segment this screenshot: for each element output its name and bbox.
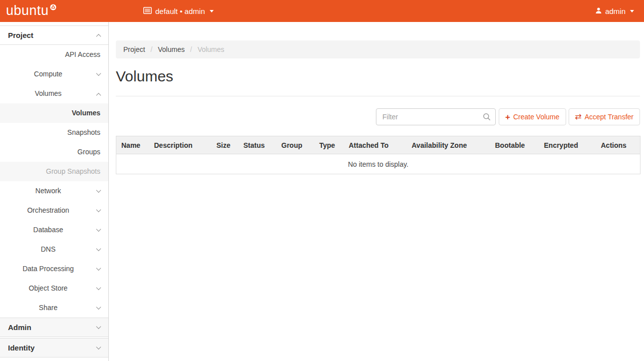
column-header-name[interactable]: Name — [116, 136, 149, 154]
sidebar: Project API Access Compute Volumes Volum… — [0, 22, 109, 361]
search-icon[interactable] — [483, 113, 491, 123]
context-switcher-label: default • admin — [155, 7, 205, 15]
chevron-up-icon — [96, 93, 101, 98]
divider — [116, 96, 640, 96]
column-header-actions[interactable]: Actions — [596, 136, 641, 154]
breadcrumb-link-project[interactable]: Project — [123, 45, 145, 53]
sidebar-item-label: Snapshots — [67, 128, 100, 136]
sidebar-group-data-processing[interactable]: Data Processing — [0, 259, 108, 279]
sidebar-group-orchestration[interactable]: Orchestration — [0, 201, 108, 220]
sidebar-group-label: DNS — [41, 245, 56, 253]
sidebar-group-label: Compute — [34, 70, 62, 78]
ubuntu-logo[interactable]: ubuntu — [6, 2, 56, 18]
sidebar-group-share[interactable]: Share — [0, 298, 108, 318]
empty-message: No items to display. — [116, 154, 641, 174]
sidebar-group-label: Data Processing — [22, 265, 74, 273]
chevron-down-icon — [96, 324, 101, 329]
main-content: Project / Volumes / Volumes Volumes + Cr… — [109, 22, 644, 361]
sidebar-item-label: Volumes — [72, 109, 100, 117]
column-header-group[interactable]: Group — [277, 136, 315, 154]
user-menu[interactable]: admin — [595, 0, 634, 22]
breadcrumb-separator: / — [190, 45, 192, 53]
column-header-description[interactable]: Description — [149, 136, 212, 154]
sidebar-group-label: Object Store — [29, 284, 68, 292]
ubuntu-circle-of-friends-icon — [50, 3, 56, 12]
chevron-down-icon — [96, 345, 101, 350]
breadcrumb-separator: / — [150, 45, 152, 53]
breadcrumb: Project / Volumes / Volumes — [116, 40, 640, 58]
table-header-row: Name Description Size Status Group Type … — [116, 136, 641, 154]
chevron-up-icon — [96, 34, 101, 39]
ubuntu-logo-text: ubuntu — [6, 2, 49, 18]
sidebar-item-label: Groups — [77, 148, 100, 156]
chevron-down-icon — [96, 246, 101, 251]
accept-transfer-label: Accept Transfer — [585, 113, 634, 121]
column-header-size[interactable]: Size — [212, 136, 239, 154]
column-header-attached-to[interactable]: Attached To — [344, 136, 407, 154]
create-volume-label: Create Volume — [513, 113, 560, 121]
sidebar-group-database[interactable]: Database — [0, 220, 108, 240]
chevron-down-icon — [96, 305, 101, 310]
project-context-switcher[interactable]: default • admin — [143, 0, 214, 22]
create-volume-button[interactable]: + Create Volume — [499, 108, 566, 125]
chevron-down-icon — [96, 207, 101, 212]
sidebar-group-label: Network — [35, 187, 61, 195]
sidebar-section-identity[interactable]: Identity — [0, 338, 108, 358]
plus-icon: + — [505, 113, 510, 121]
chevron-down-icon — [96, 266, 101, 271]
accept-transfer-button[interactable]: ⇄ Accept Transfer — [569, 108, 640, 125]
sidebar-group-label: Volumes — [35, 89, 62, 97]
transfer-arrows-icon: ⇄ — [575, 113, 582, 121]
sidebar-item-label: Group Snapshots — [46, 167, 100, 175]
sidebar-group-label: Database — [33, 226, 63, 234]
column-header-bootable[interactable]: Bootable — [490, 136, 539, 154]
table-toolbar: + Create Volume ⇄ Accept Transfer — [116, 108, 640, 125]
sidebar-item-api-access[interactable]: API Access — [0, 45, 108, 64]
topbar: ubuntu default • admin — [0, 0, 644, 22]
sidebar-section-label: Project — [8, 31, 33, 39]
column-header-status[interactable]: Status — [239, 136, 277, 154]
empty-row: No items to display. — [116, 154, 641, 174]
page-title: Volumes — [116, 68, 640, 85]
sidebar-item-snapshots[interactable]: Snapshots — [0, 123, 108, 142]
breadcrumb-current: Volumes — [198, 45, 225, 53]
column-header-availability-zone[interactable]: Availability Zone — [407, 136, 490, 154]
sidebar-group-volumes[interactable]: Volumes — [0, 84, 108, 103]
sidebar-section-label: Admin — [8, 323, 31, 332]
project-list-icon — [143, 7, 152, 15]
breadcrumb-link-volumes[interactable]: Volumes — [158, 45, 185, 53]
sidebar-section-label: Identity — [8, 344, 34, 352]
sidebar-group-dns[interactable]: DNS — [0, 240, 108, 259]
volumes-table: Name Description Size Status Group Type … — [116, 136, 641, 174]
chevron-down-icon — [96, 188, 101, 193]
caret-down-icon — [630, 10, 634, 12]
sidebar-group-label: Share — [39, 304, 57, 312]
sidebar-item-groups[interactable]: Groups — [0, 142, 108, 162]
caret-down-icon — [210, 10, 214, 12]
filter-input[interactable] — [376, 108, 496, 125]
sidebar-item-label: API Access — [65, 50, 100, 58]
sidebar-section-project[interactable]: Project — [0, 25, 108, 45]
filter-wrap — [376, 108, 496, 125]
chevron-down-icon — [96, 227, 101, 232]
sidebar-group-label: Orchestration — [27, 206, 69, 214]
column-header-encrypted[interactable]: Encrypted — [539, 136, 596, 154]
sidebar-group-compute[interactable]: Compute — [0, 64, 108, 84]
column-header-type[interactable]: Type — [315, 136, 344, 154]
sidebar-group-network[interactable]: Network — [0, 181, 108, 201]
user-menu-label: admin — [605, 7, 626, 15]
sidebar-item-volumes[interactable]: Volumes — [0, 103, 108, 123]
chevron-down-icon — [96, 71, 101, 76]
sidebar-group-object-store[interactable]: Object Store — [0, 279, 108, 298]
chevron-down-icon — [96, 285, 101, 290]
sidebar-section-admin[interactable]: Admin — [0, 318, 108, 337]
user-icon — [595, 7, 602, 15]
sidebar-item-group-snapshots[interactable]: Group Snapshots — [0, 162, 108, 181]
